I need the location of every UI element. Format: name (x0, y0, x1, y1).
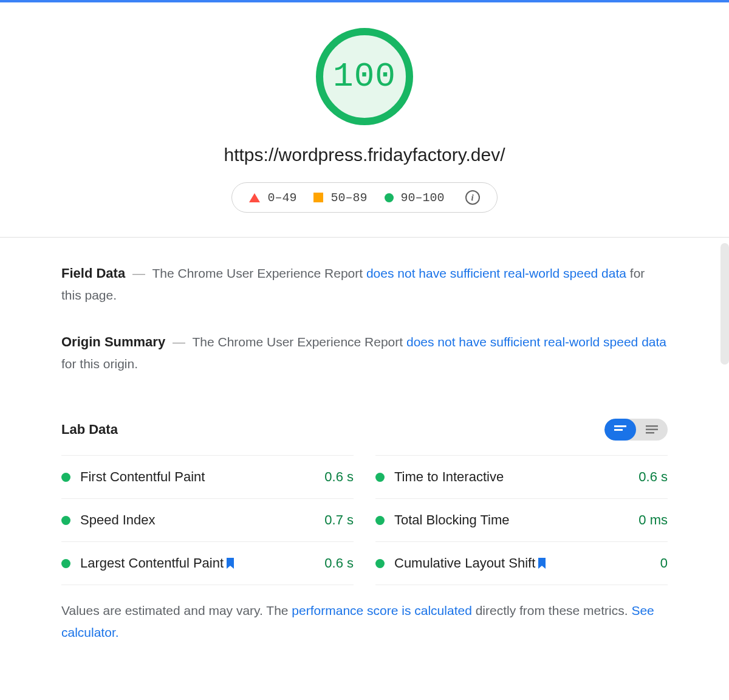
lab-footnote: Values are estimated and may vary. The p… (61, 600, 668, 643)
circle-green-icon (385, 193, 394, 202)
lab-metrics-grid: First Contentful Paint0.6 sTime to Inter… (61, 455, 668, 585)
metric-value: 0 ms (638, 512, 668, 528)
legend-pass-label: 90–100 (401, 191, 445, 205)
bookmark-icon (538, 558, 546, 569)
status-dot-green-icon (375, 559, 385, 568)
lab-data-header: Lab Data (61, 419, 668, 441)
metric-label: Cumulative Layout Shift (394, 555, 546, 571)
footnote-link-calculated[interactable]: performance score is calculated (292, 603, 471, 617)
origin-summary-section: Origin Summary — The Chrome User Experie… (61, 331, 668, 375)
metric-value: 0.7 s (324, 512, 354, 528)
metric-value: 0.6 s (324, 469, 354, 485)
bookmark-icon (226, 558, 234, 569)
metric-label: Speed Index (80, 512, 156, 528)
metric-row[interactable]: Total Blocking Time0 ms (375, 498, 668, 541)
svg-rect-0 (614, 425, 626, 427)
square-orange-icon (313, 193, 323, 202)
field-data-section: Field Data — The Chrome User Experience … (61, 262, 668, 306)
metric-value: 0.6 s (638, 469, 668, 485)
lab-data-title: Lab Data (61, 422, 118, 437)
legend-average: 50–89 (313, 191, 367, 205)
divider-dash: — (132, 266, 145, 280)
status-dot-green-icon (61, 516, 70, 525)
performance-score-value: 100 (333, 57, 396, 96)
origin-summary-title: Origin Summary (61, 334, 165, 349)
origin-summary-link[interactable]: does not have sufficient real-world spee… (406, 335, 666, 349)
view-toggle (604, 419, 668, 441)
svg-rect-3 (646, 429, 658, 431)
metric-row[interactable]: Time to Interactive0.6 s (375, 455, 668, 498)
expanded-view-button[interactable] (604, 419, 636, 441)
legend-pass: 90–100 (385, 191, 445, 205)
metric-row[interactable]: First Contentful Paint0.6 s (61, 455, 354, 498)
status-dot-green-icon (375, 473, 385, 482)
footnote-text-2: directly from these metrics. (472, 603, 632, 617)
score-legend: 0–49 50–89 90–100 i (231, 182, 497, 213)
origin-summary-text-before: The Chrome User Experience Report (192, 335, 406, 349)
metric-value: 0.6 s (324, 555, 354, 571)
svg-rect-1 (614, 429, 623, 431)
svg-rect-2 (646, 425, 658, 427)
metric-label: Largest Contentful Paint (80, 555, 234, 571)
status-dot-green-icon (375, 516, 385, 525)
metric-value: 0 (660, 555, 668, 571)
footnote-text-1: Values are estimated and may vary. The (61, 603, 292, 617)
triangle-red-icon (249, 193, 260, 202)
status-dot-green-icon (61, 559, 70, 568)
report-content: Field Data — The Chrome User Experience … (61, 238, 668, 643)
divider-dash: — (173, 335, 185, 349)
legend-fail: 0–49 (249, 191, 296, 205)
scrollbar[interactable] (720, 243, 729, 365)
field-data-title: Field Data (61, 266, 125, 281)
origin-summary-text-after: for this origin. (61, 357, 138, 371)
metric-row[interactable]: Speed Index0.7 s (61, 498, 354, 541)
field-data-text-before: The Chrome User Experience Report (152, 266, 366, 280)
field-data-link[interactable]: does not have sufficient real-world spee… (366, 266, 626, 280)
info-icon[interactable]: i (465, 190, 480, 205)
status-dot-green-icon (61, 473, 70, 482)
score-hero: 100 https://wordpress.fridayfactory.dev/… (0, 2, 729, 238)
metric-label: First Contentful Paint (80, 469, 205, 485)
collapsed-view-button[interactable] (636, 419, 668, 441)
legend-average-label: 50–89 (330, 191, 367, 205)
performance-score-gauge: 100 (316, 28, 413, 125)
analyzed-url: https://wordpress.fridayfactory.dev/ (0, 145, 729, 165)
metric-row[interactable]: Cumulative Layout Shift0 (375, 541, 668, 585)
metric-row[interactable]: Largest Contentful Paint0.6 s (61, 541, 354, 585)
metric-label: Total Blocking Time (394, 512, 510, 528)
legend-fail-label: 0–49 (267, 191, 296, 205)
metric-label: Time to Interactive (394, 469, 504, 485)
svg-rect-4 (646, 432, 654, 434)
